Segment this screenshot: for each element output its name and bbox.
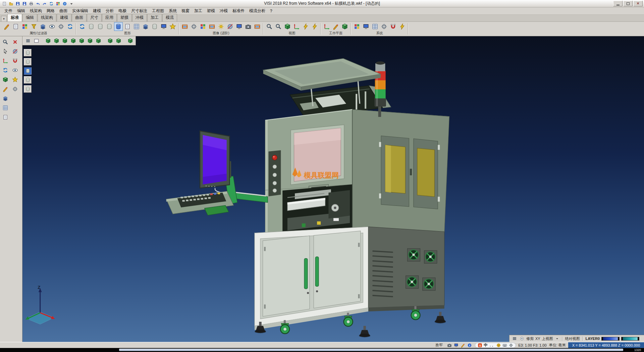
ribbon-tab[interactable]: 编辑 xyxy=(22,14,37,21)
viewport-3d[interactable]: 模具联盟网 Z xyxy=(22,36,644,342)
filter-settings-icon[interactable] xyxy=(57,22,65,31)
display-state-3[interactable] xyxy=(24,67,32,75)
menu-item[interactable]: 冲模 xyxy=(217,7,230,14)
view-mode-label[interactable]: 绝对视图 xyxy=(565,336,580,341)
menu-item[interactable]: ? xyxy=(268,8,275,14)
texture-icon[interactable] xyxy=(208,22,216,31)
ribbon-tab[interactable]: 线架构 xyxy=(38,14,56,21)
shaded-mode-icon[interactable] xyxy=(105,22,114,31)
view-top-icon[interactable] xyxy=(61,37,69,44)
minimize-button[interactable] xyxy=(613,1,623,6)
trim-radio-icon[interactable] xyxy=(519,336,525,341)
pin-toggle[interactable]: 拴牢 xyxy=(434,343,444,348)
view-rotate-icon[interactable] xyxy=(114,37,122,44)
view-orientation-label[interactable]: 上视图 xyxy=(542,336,553,341)
delete-tool-icon[interactable] xyxy=(10,38,19,46)
workplane-axes-icon[interactable] xyxy=(322,22,331,31)
menu-item[interactable]: 分析 xyxy=(103,7,116,14)
paint-tool-icon[interactable] xyxy=(1,85,10,93)
menu-item[interactable]: 电极 xyxy=(116,7,129,14)
wireframe-mode-icon[interactable] xyxy=(87,22,96,31)
color-filter-icon[interactable] xyxy=(20,22,29,31)
pan-tool-icon[interactable] xyxy=(1,56,10,65)
menu-item[interactable]: 系统 xyxy=(166,7,179,14)
solid-display-icon[interactable] xyxy=(150,22,159,31)
snap-tool-icon[interactable] xyxy=(10,56,19,65)
menu-item[interactable]: 加工 xyxy=(192,7,205,14)
shaded-edges-mode-icon[interactable] xyxy=(114,22,123,31)
menu-item[interactable]: 文件 xyxy=(2,7,15,14)
undo-icon[interactable] xyxy=(35,1,41,6)
view-page-icon[interactable] xyxy=(123,22,132,31)
ime-toolbox-icon[interactable] xyxy=(508,343,514,348)
open-file-icon[interactable] xyxy=(8,1,14,6)
notes-tool-icon[interactable] xyxy=(1,113,10,121)
qat-dropdown-icon[interactable] xyxy=(68,1,74,6)
system-grid-icon[interactable] xyxy=(371,22,379,31)
background-icon[interactable] xyxy=(235,22,244,31)
system-colors-icon[interactable] xyxy=(353,22,361,31)
view-front-icon[interactable] xyxy=(52,37,60,44)
hide-tool-icon[interactable] xyxy=(10,66,19,74)
view-cube-icon[interactable] xyxy=(283,22,292,31)
menu-item[interactable]: 塑模 xyxy=(205,7,217,14)
ribbon-tab[interactable]: 塑膜 xyxy=(117,14,132,21)
viewport-menu-icon[interactable] xyxy=(24,37,32,44)
layers-tool-icon[interactable] xyxy=(1,94,10,102)
ime-punctuation-indicator[interactable]: ，。 xyxy=(488,343,495,348)
view-left-icon[interactable] xyxy=(77,37,86,44)
render-icon[interactable] xyxy=(180,22,189,31)
visibility-filter-icon[interactable] xyxy=(48,22,56,31)
save-all-icon[interactable] xyxy=(21,1,28,6)
save-icon[interactable] xyxy=(15,1,21,6)
menu-item[interactable]: 网格 xyxy=(44,7,57,14)
tab-overflow-button[interactable]: ▾ xyxy=(1,16,7,21)
ribbon-tab[interactable]: 模流 xyxy=(162,14,177,21)
view-options-icon[interactable] xyxy=(512,336,518,341)
print-icon[interactable] xyxy=(28,1,34,6)
color-swatch-secondary[interactable] xyxy=(621,337,639,341)
menu-item[interactable]: 视窗 xyxy=(179,7,192,14)
layer-filter-icon[interactable] xyxy=(39,22,47,31)
render-settings-icon[interactable] xyxy=(190,22,198,31)
new-file-icon[interactable] xyxy=(1,1,7,6)
system-settings-icon[interactable] xyxy=(380,22,388,31)
zoom-fit-icon[interactable] xyxy=(265,22,274,31)
ribbon-tab[interactable]: 冲模 xyxy=(132,14,147,21)
menu-item[interactable]: 编辑 xyxy=(15,7,28,14)
view-back-icon[interactable] xyxy=(86,37,94,44)
menu-item[interactable]: 标准件 xyxy=(230,7,247,14)
active-layer-label[interactable]: LAYER0 xyxy=(586,337,600,341)
ime-emoji-icon[interactable] xyxy=(496,343,501,348)
favorites-tool-icon[interactable] xyxy=(10,75,19,84)
ribbon-tab[interactable]: 曲面 xyxy=(72,14,87,21)
menu-item[interactable]: 线架构 xyxy=(28,7,44,14)
view-bottom-icon[interactable] xyxy=(94,37,102,44)
workplane-edit-icon[interactable] xyxy=(331,22,340,31)
filter-reset-icon[interactable] xyxy=(66,22,74,31)
shadow-icon[interactable] xyxy=(226,22,234,31)
system-performance-icon[interactable] xyxy=(398,22,407,31)
menu-item[interactable]: 尺寸标注 xyxy=(129,7,150,14)
screen-display-icon[interactable] xyxy=(159,22,168,31)
trim-tool-icon[interactable] xyxy=(10,47,19,55)
view-right-icon[interactable] xyxy=(69,37,77,44)
workplane-cube-icon[interactable] xyxy=(340,22,349,31)
ribbon-tab[interactable]: 加工 xyxy=(147,14,162,21)
layer-display-icon[interactable] xyxy=(141,22,150,31)
menu-item[interactable]: 工程图 xyxy=(150,7,166,14)
material-icon[interactable] xyxy=(199,22,207,31)
view-axes-icon[interactable] xyxy=(292,22,301,31)
snapshot-icon[interactable] xyxy=(244,22,253,31)
grid-tool-icon[interactable] xyxy=(1,103,10,112)
menu-item[interactable]: 模流分析 xyxy=(247,7,268,14)
viewport-frame-icon[interactable] xyxy=(32,37,40,44)
lighting-icon[interactable] xyxy=(217,22,225,31)
attr-copy-icon[interactable] xyxy=(11,22,20,31)
select-tool-icon[interactable] xyxy=(1,47,10,55)
quick-view-icon[interactable] xyxy=(301,22,310,31)
sogou-input-icon[interactable]: S xyxy=(477,343,483,348)
view-dropdown-icon[interactable] xyxy=(555,336,559,341)
ribbon-tab[interactable]: 建模 xyxy=(57,14,71,21)
view-iso-icon[interactable] xyxy=(44,37,52,44)
